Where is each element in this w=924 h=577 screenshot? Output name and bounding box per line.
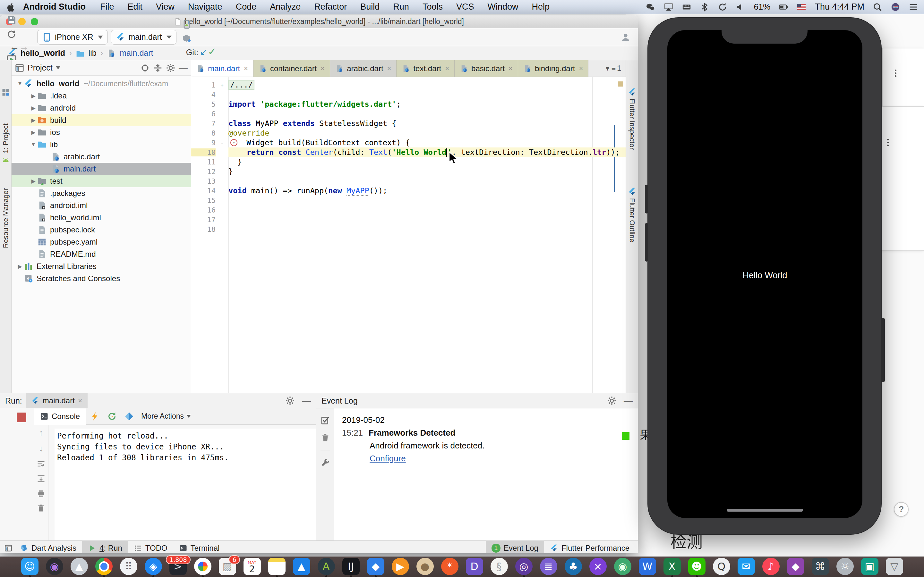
fold-marker[interactable]: -	[216, 140, 228, 146]
expand-arrow[interactable]: ▶	[29, 129, 37, 136]
simulator-screen[interactable]: Hello World	[667, 30, 863, 518]
dock-icon-vscode[interactable]: ◆	[367, 558, 384, 575]
sidebar-item-project[interactable]: 1: Project	[0, 99, 11, 153]
save-icon[interactable]	[5, 15, 19, 27]
dock-icon-app-pitcher[interactable]: §	[491, 558, 508, 575]
sidebar-item-resource-manager[interactable]: Resource Manager	[0, 168, 11, 248]
panel-settings-icon[interactable]	[285, 396, 295, 406]
app-menu-title[interactable]: Android Studio	[15, 2, 94, 12]
android-studio-icon[interactable]	[1, 156, 10, 165]
tree-item--packages[interactable]: .packages	[11, 187, 191, 199]
filter-icon[interactable]	[320, 416, 330, 425]
project-tool-icon[interactable]	[1, 88, 10, 97]
toolwindow-tab-terminal[interactable]: Terminal	[173, 541, 226, 553]
dock-icon-github[interactable]: ◎	[515, 558, 533, 575]
code-line-8[interactable]: 8@override	[191, 128, 626, 138]
code-line-10[interactable]: 10 return const Center(child: Text('Hell…	[191, 147, 626, 157]
code-line-1[interactable]: 1+/.../	[191, 80, 626, 90]
dock-icon-app-orange[interactable]: ▶	[392, 558, 409, 575]
expand-arrow[interactable]: ▼	[16, 81, 24, 87]
hot-restart-icon[interactable]	[107, 412, 117, 421]
tool-windows-icon[interactable]	[3, 544, 14, 552]
panel-settings-icon[interactable]	[166, 63, 176, 73]
run-tab[interactable]: main.dart ×	[26, 393, 87, 408]
tab-arabic.dart[interactable]: arabic.dart×	[330, 60, 397, 77]
menu-item-help[interactable]: Help	[525, 2, 556, 12]
breadcrumb-file[interactable]: main.dart	[120, 48, 153, 58]
tree-item-lib[interactable]: ▼lib	[11, 139, 191, 151]
code-line-13[interactable]: 13	[191, 176, 626, 186]
help-button[interactable]: ?	[894, 502, 909, 517]
menu-item-code[interactable]: Code	[229, 2, 263, 12]
locate-file-icon[interactable]	[140, 63, 150, 73]
device-manager-icon[interactable]	[180, 17, 194, 31]
dock-icon-xcode[interactable]: ▲	[293, 558, 310, 575]
device-selector[interactable]: iPhone XR	[37, 30, 108, 45]
dock-icon-launcher[interactable]: ▲	[71, 558, 88, 575]
dock-icon-chrome[interactable]	[95, 558, 113, 575]
dock-icon-qq[interactable]: Q	[713, 558, 730, 575]
hide-panel-icon[interactable]: —	[624, 396, 633, 406]
tree-item-main-dart[interactable]: main.dart	[11, 163, 191, 175]
menu-item-window[interactable]: Window	[481, 2, 525, 12]
tree-item-pubspec-lock[interactable]: pubspec.lock	[11, 224, 191, 236]
battery-icon[interactable]	[779, 2, 788, 12]
dock-icon-trash[interactable]: ▽	[886, 558, 903, 575]
code-line-9[interactable]: 9-↑ Widget build(BuildContext context) {	[191, 138, 626, 147]
git-update-icon[interactable]: ↙	[200, 47, 208, 57]
code-area[interactable]: 1+/.../45import 'package:flutter/widgets…	[191, 77, 626, 393]
dock-icon-wechat[interactable]: ☻	[688, 558, 706, 575]
expand-arrow[interactable]: ▶	[29, 105, 37, 111]
code-line-6[interactable]: 6	[191, 109, 626, 119]
dock-icon-app-teal[interactable]: ▣	[861, 558, 879, 575]
close-tab-icon[interactable]: ×	[579, 64, 583, 73]
dock-icon-app-tree[interactable]: ♣	[565, 558, 582, 575]
keyboard-icon[interactable]	[682, 2, 691, 12]
dock-icon-app-purple[interactable]: ≣	[540, 558, 557, 575]
event-settings-icon[interactable]	[320, 458, 330, 468]
flutter-logo-icon[interactable]	[124, 412, 134, 421]
notification-list-icon[interactable]	[909, 2, 918, 12]
input-language-flag-icon[interactable]	[796, 2, 806, 12]
hide-panel-icon[interactable]: —	[302, 396, 311, 406]
down-arrow-icon[interactable]: ↓	[39, 444, 43, 454]
dock-icon-app-tan[interactable]: ●	[417, 558, 434, 575]
code-line-11[interactable]: 11 }	[191, 157, 626, 167]
panel-settings-icon[interactable]	[607, 396, 617, 406]
expand-arrow[interactable]: ▶	[29, 93, 37, 99]
close-tab-icon[interactable]: ×	[445, 64, 449, 73]
tree-item-android-iml[interactable]: android.iml	[11, 199, 191, 211]
bluetooth-icon[interactable]	[700, 2, 709, 12]
hot-reload-icon[interactable]	[90, 412, 99, 421]
dock-icon-excel[interactable]: X	[664, 558, 681, 575]
dock-icon-siri[interactable]: ◉	[46, 558, 63, 575]
dock-icon-android-studio[interactable]: A	[318, 558, 335, 575]
menu-item-vcs[interactable]: VCS	[449, 2, 481, 12]
tab-container.dart[interactable]: container.dart×	[254, 60, 330, 77]
dock-icon-mail[interactable]: ✉	[738, 558, 755, 575]
dock-icon-system-prefs[interactable]: ☼	[837, 558, 854, 575]
code-line-15[interactable]: 15	[191, 195, 626, 205]
toolwindow-tab-4-run[interactable]: 4: Run	[82, 541, 128, 553]
run-config-selector[interactable]: main.dart	[111, 30, 176, 45]
hidden-tabs-dropdown[interactable]: ▾ ≡	[606, 64, 615, 73]
code-line-4[interactable]: 4	[191, 90, 626, 99]
tree-item--idea[interactable]: ▶.idea	[11, 90, 191, 102]
tree-item-arabic-dart[interactable]: arabic.dart	[11, 151, 191, 163]
tab-flutter-inspector[interactable]: Flutter Inspector	[626, 99, 638, 179]
git-commit-icon[interactable]: ✓	[208, 46, 216, 57]
code-line-17[interactable]: 17	[191, 215, 626, 224]
toolwindow-tab-dart-analysis[interactable]: Dart Analysis	[14, 541, 82, 553]
close-tab-icon[interactable]: ×	[320, 64, 325, 73]
tab-flutter-outline[interactable]: Flutter Outline	[626, 198, 638, 272]
expand-arrow[interactable]: ▼	[29, 141, 37, 148]
tree-item-hello-world[interactable]: ▼hello_world~/Documents/flutter/exam	[11, 77, 191, 90]
tab-binding.dart[interactable]: binding.dart×	[518, 60, 588, 77]
menu-item-refactor[interactable]: Refactor	[307, 2, 354, 12]
tab-console[interactable]: Console	[34, 408, 86, 425]
spotlight-icon[interactable]	[873, 2, 882, 12]
code-line-12[interactable]: 12}	[191, 167, 626, 176]
tree-item-pubspec-yaml[interactable]: pubspec.yaml	[11, 236, 191, 248]
tab-text.dart[interactable]: text.dart×	[397, 60, 455, 77]
tree-item-readme-md[interactable]: README.md	[11, 248, 191, 260]
